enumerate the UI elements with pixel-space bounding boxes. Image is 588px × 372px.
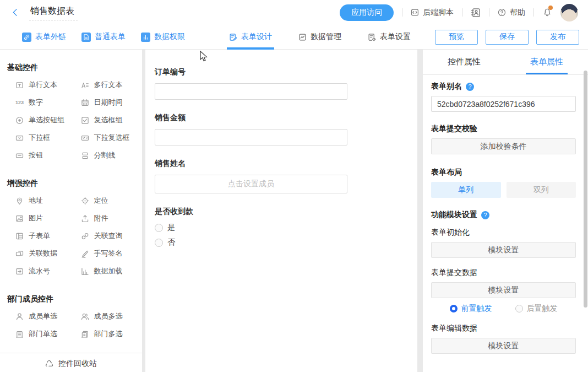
data-permission-button[interactable]: 数据权限 bbox=[141, 32, 185, 42]
help-button[interactable]: 帮助 bbox=[498, 8, 525, 18]
canvas-field-sales-person[interactable]: 销售姓名 点击设置成员 bbox=[155, 159, 417, 193]
layout-double-column-button[interactable]: 双列 bbox=[507, 182, 576, 198]
radio-option-no[interactable]: 否 bbox=[155, 238, 417, 247]
tab-form-design[interactable]: 表单设计 bbox=[227, 25, 274, 50]
widget-member-multi[interactable]: 成员多选 bbox=[73, 308, 138, 325]
widget-address[interactable]: 地址 bbox=[7, 192, 73, 209]
tab-form-settings[interactable]: 表单设置 bbox=[366, 25, 413, 50]
backend-script-label: 后端脚本 bbox=[423, 8, 454, 18]
widget-attachment[interactable]: 附件 bbox=[73, 209, 138, 227]
field-label: 销售姓名 bbox=[155, 159, 417, 169]
panel-scrollbar[interactable] bbox=[584, 71, 587, 308]
widget-serial-number[interactable]: 流水号 bbox=[7, 262, 73, 280]
widget-radio-group[interactable]: 单选按钮组 bbox=[7, 111, 73, 129]
widget-datetime[interactable]: 日期时间 bbox=[73, 94, 138, 111]
widget-select[interactable]: 下拉框 bbox=[7, 129, 73, 147]
sales-amount-input[interactable] bbox=[155, 129, 347, 145]
widget-locate[interactable]: 定位 bbox=[73, 192, 138, 209]
upload-icon bbox=[81, 214, 89, 223]
pre-trigger-radio[interactable]: 前置触发 bbox=[450, 304, 492, 314]
form-init-label: 表单初始化 bbox=[431, 228, 576, 238]
widget-dept-single[interactable]: 部门单选 bbox=[7, 325, 73, 343]
tab-form-design-label: 表单设计 bbox=[241, 32, 272, 42]
tab-widget-properties[interactable]: 控件属性 bbox=[423, 50, 505, 74]
widget-relation-query[interactable]: 关联查询 bbox=[73, 227, 138, 245]
save-button[interactable]: 保存 bbox=[486, 30, 529, 45]
form-external-link-button[interactable]: 表单外链 bbox=[22, 32, 66, 42]
widget-relation-data[interactable]: 关联数据 bbox=[7, 245, 73, 262]
section-title: 基础控件 bbox=[7, 63, 138, 73]
modules-help-icon[interactable]: ? bbox=[481, 211, 489, 219]
tab-form-properties[interactable]: 表单属性 bbox=[505, 50, 588, 74]
widget-image[interactable]: 图片 bbox=[7, 209, 73, 227]
layout-single-column-button[interactable]: 单列 bbox=[431, 182, 501, 198]
contacts-button[interactable] bbox=[471, 8, 481, 18]
header-right-group: 应用访问 后端脚本 帮助 bbox=[340, 4, 578, 21]
recycle-icon bbox=[45, 359, 53, 368]
order-number-input[interactable] bbox=[155, 83, 347, 100]
back-icon[interactable] bbox=[11, 8, 19, 17]
form-edit-data-label: 表单编辑数据 bbox=[431, 324, 576, 333]
help-label: 帮助 bbox=[510, 8, 525, 18]
field-label: 订单编号 bbox=[155, 67, 417, 77]
form-edit-module-button[interactable]: 模块设置 bbox=[431, 338, 576, 354]
top-header: 销售数据表 应用访问 后端脚本 帮助 bbox=[0, 0, 588, 25]
widget-member-single[interactable]: 成员单选 bbox=[7, 308, 73, 325]
form-alias-input[interactable] bbox=[431, 96, 576, 112]
notification-button[interactable] bbox=[542, 7, 552, 18]
backend-script-button[interactable]: 后端脚本 bbox=[411, 8, 454, 18]
canvas-field-order-number[interactable]: 订单编号 bbox=[155, 67, 417, 100]
widget-single-line-text[interactable]: 单行文本 bbox=[7, 76, 73, 94]
preview-button[interactable]: 预览 bbox=[435, 30, 478, 45]
properties-panel: 控件属性 表单属性 表单别名 ? 表单提交校验 添加校验条件 表单布局 单列 双… bbox=[423, 50, 588, 372]
canvas-field-payment-received[interactable]: 是否收到款 是 否 bbox=[155, 207, 417, 247]
help-circle-icon bbox=[498, 8, 506, 17]
app-access-button[interactable]: 应用访问 bbox=[340, 4, 394, 21]
add-validation-button[interactable]: 添加校验条件 bbox=[431, 138, 576, 154]
department-icon bbox=[15, 330, 24, 338]
user-avatar[interactable] bbox=[560, 4, 578, 21]
widget-multi-select[interactable]: 下拉复选框 bbox=[73, 129, 138, 147]
image-icon bbox=[15, 214, 24, 223]
widget-dept-multi[interactable]: 部门多选 bbox=[73, 325, 138, 343]
widget-multi-line-text[interactable]: 多行文本 bbox=[73, 76, 138, 94]
normal-form-button[interactable]: 普通表单 bbox=[81, 32, 126, 42]
widget-data-load[interactable]: 数据加载 bbox=[73, 262, 138, 280]
widget-checkbox-group[interactable]: 复选框组 bbox=[73, 111, 138, 129]
canvas-field-sales-amount[interactable]: 销售金额 bbox=[155, 113, 417, 145]
widget-subform[interactable]: 子表单 bbox=[7, 227, 73, 245]
page-title[interactable]: 销售数据表 bbox=[29, 4, 78, 20]
form-tabs: 表单设计 数据管理 表单设置 bbox=[227, 25, 435, 50]
divider bbox=[533, 8, 534, 17]
checkbox-icon bbox=[81, 116, 89, 125]
section-basic-widgets: 基础控件 单行文本 多行文本 123数字 日期时间 单选按钮组 复选框组 下拉框… bbox=[0, 50, 142, 165]
radio-option-yes[interactable]: 是 bbox=[155, 223, 417, 233]
button-widget-icon bbox=[15, 152, 24, 160]
radio-circle[interactable] bbox=[450, 305, 458, 312]
textarea-icon bbox=[81, 81, 89, 89]
widget-signature[interactable]: 手写签名 bbox=[73, 245, 138, 262]
form-designer-app: 销售数据表 应用访问 后端脚本 帮助 bbox=[0, 0, 588, 372]
widget-button[interactable]: 按钮 bbox=[7, 147, 73, 164]
tab-form-settings-label: 表单设置 bbox=[380, 32, 411, 42]
tab-data-manage[interactable]: 数据管理 bbox=[296, 25, 344, 50]
form-canvas[interactable]: 订单编号 销售金额 销售姓名 点击设置成员 是否收到款 是 否 bbox=[145, 50, 417, 372]
designer-body: 基础控件 单行文本 多行文本 123数字 日期时间 单选按钮组 复选框组 下拉框… bbox=[0, 50, 588, 372]
data-permission-label: 数据权限 bbox=[154, 32, 185, 42]
alias-help-icon[interactable]: ? bbox=[466, 83, 474, 91]
widget-divider[interactable]: 分割线 bbox=[73, 147, 138, 164]
form-init-module-button[interactable]: 模块设置 bbox=[431, 242, 576, 258]
radio-circle[interactable] bbox=[515, 305, 523, 312]
form-submit-data-label: 表单提交数据 bbox=[431, 268, 576, 278]
radio-circle[interactable] bbox=[155, 224, 163, 232]
serial-number-icon bbox=[15, 267, 24, 276]
publish-button[interactable]: 发布 bbox=[536, 30, 579, 45]
form-submit-module-button[interactable]: 模块设置 bbox=[431, 282, 576, 298]
widget-recycle-bin[interactable]: 控件回收站 bbox=[0, 353, 142, 372]
widget-number[interactable]: 123数字 bbox=[7, 94, 73, 111]
radio-circle[interactable] bbox=[155, 239, 163, 247]
member-picker[interactable]: 点击设置成员 bbox=[155, 175, 347, 193]
post-trigger-radio[interactable]: 后置触发 bbox=[515, 304, 558, 314]
recycle-label: 控件回收站 bbox=[58, 359, 97, 369]
signature-pen-icon bbox=[81, 250, 89, 258]
